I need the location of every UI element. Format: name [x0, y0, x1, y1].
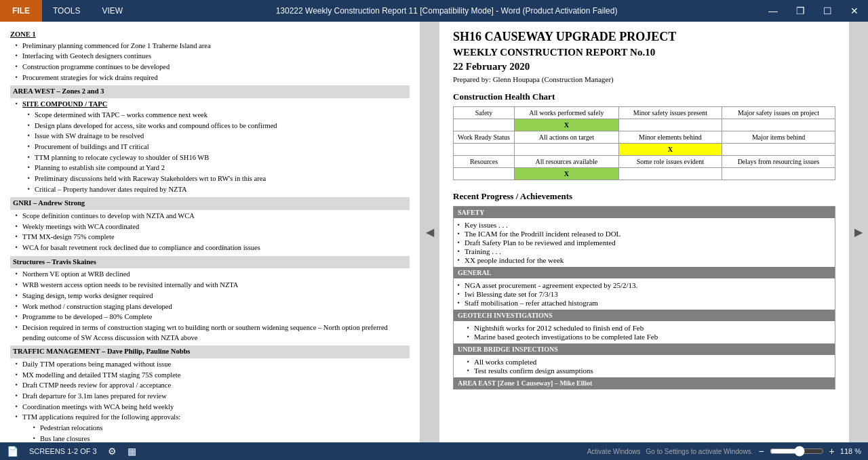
close-button[interactable]: ✕: [841, 0, 868, 22]
maximize-button[interactable]: ☐: [814, 0, 841, 22]
left-arrow[interactable]: ◀: [420, 22, 439, 442]
general-progress-list: NGA asset procurement - agreement expect…: [454, 278, 835, 310]
list-item: Preliminary discussions held with Racewa…: [28, 174, 410, 184]
report-prepared: Prepared by: Glenn Houpapa (Construction…: [453, 75, 835, 83]
list-item: Bus lane closures: [33, 434, 410, 442]
site-compound-list: SITE COMPOUND / TAPC Scope determined wi…: [10, 100, 410, 194]
res-empty-cell2: [722, 168, 835, 180]
geotech-category: GEOTECH INVESTIGATIONS: [454, 310, 835, 321]
list-item: Scope determined with TAPC – works comme…: [28, 110, 410, 121]
right-arrow[interactable]: ▶: [849, 22, 868, 442]
wrs-label-row2: [454, 144, 515, 156]
gnri-list: Scope definition continues to develop wi…: [10, 211, 410, 253]
bridge-category: UNDER BRIDGE INSPECTIONS: [454, 343, 835, 355]
minimize-button[interactable]: —: [760, 0, 787, 22]
site-compound-header: SITE COMPOUND / TAPC: [22, 100, 107, 108]
list-item: Preliminary planning commenced for Zone …: [16, 41, 410, 51]
wrs-col1-header: All actions on target: [515, 131, 619, 144]
safety-col1-header: All works performed safely: [515, 107, 619, 119]
res-col1-header: All resources available: [515, 156, 619, 168]
progress-title: Recent Progress / Achievements: [453, 191, 835, 202]
zoom-slider[interactable]: [770, 446, 824, 457]
list-item: MX modelling and detailed TTM staging 75…: [16, 371, 410, 381]
list-item: Daily TTM operations being managed witho…: [16, 360, 410, 370]
res-col3-header: Delays from resourcing issues: [722, 156, 835, 168]
res-label-row2: [454, 168, 515, 180]
list-item: Decision required in terms of constructi…: [16, 323, 410, 343]
safety-green-cell: X: [515, 119, 619, 131]
settings-icon[interactable]: ⚙: [108, 446, 117, 457]
list-item: XX people inducted for the week: [458, 256, 831, 264]
res-col2-header: Some role issues evident: [618, 156, 722, 168]
bridge-progress-list: All works completed Test results confirm…: [454, 355, 835, 377]
list-item: WRB western access option needs to be re…: [16, 280, 410, 291]
gnri-header: GNRI – Andrew Strong: [10, 197, 410, 210]
resources-label: Resources: [454, 156, 515, 168]
titlebar-controls: — ❐ ☐ ✕: [760, 0, 868, 22]
restore-button[interactable]: ❐: [787, 0, 814, 22]
health-chart-title: Construction Health Chart: [453, 91, 835, 102]
list-item: Programme to be developed – 80% Complete: [16, 312, 410, 322]
zoom-out-icon[interactable]: −: [758, 446, 764, 457]
safety-label: Safety: [454, 107, 515, 119]
zoom-in-icon[interactable]: +: [829, 446, 835, 457]
table-row: Work Ready Status All actions on target …: [454, 131, 835, 144]
left-panel: ZONE 1 Preliminary planning commenced fo…: [0, 22, 420, 442]
list-item: Test results confirm design assumptions: [467, 367, 821, 375]
doc-icon[interactable]: 📄: [7, 446, 18, 457]
list-item: Procurement strategies for wick drains r…: [16, 73, 410, 83]
list-item: Draft departure for 3.1m lanes prepared …: [16, 392, 410, 402]
safety-col2-header: Minor safety issues present: [618, 107, 722, 119]
table-row: X: [454, 144, 835, 156]
zone1-list: Preliminary planning commenced for Zone …: [10, 41, 410, 83]
list-item: Design plans developed for access, site …: [28, 121, 410, 131]
list-item: Work method / construction staging plans…: [16, 302, 410, 312]
list-item: All works completed: [467, 358, 821, 366]
safety-empty-cell1: [618, 119, 722, 131]
traffic-header: TRAFFIC MANAGEMENT – Dave Philip, Paulin…: [10, 346, 410, 358]
list-item: Northern VE option at WRB declined: [16, 270, 410, 280]
list-item: Pedestrian relocations: [33, 423, 410, 434]
list-item: Nightshift works for 2012 scheduled to f…: [467, 324, 821, 332]
titlebar: FILE TOOLS VIEW 130222 Weekly Constructi…: [0, 0, 868, 22]
traffic-sub-list: Pedestrian relocations Bus lane closures…: [22, 423, 410, 442]
list-item: Staff mobilisation – refer attached hist…: [458, 299, 831, 307]
list-item: Weekly meetings with WCA coordinated: [16, 222, 410, 232]
geotech-progress-list: Nightshift works for 2012 scheduled to f…: [454, 321, 835, 343]
file-tab[interactable]: FILE: [0, 0, 42, 22]
table-row: Safety All works performed safely Minor …: [454, 107, 835, 119]
list-item: Key issues . . .: [458, 221, 831, 229]
windows-warn1: Activate Windows: [587, 448, 641, 455]
list-item: Iwi Blessing date set for 7/3/13: [458, 290, 831, 298]
list-item: Draft Safety Plan to be reviewed and imp…: [458, 238, 831, 247]
list-item: TTM planning to relocate cycleway to sho…: [28, 153, 410, 163]
screens-info: SCREENS 1-2 OF 3: [29, 447, 97, 455]
tools-tab[interactable]: TOOLS: [42, 0, 91, 22]
list-item: TTM applications required for the follow…: [16, 413, 410, 442]
titlebar-left: FILE TOOLS VIEW: [0, 0, 134, 22]
list-item: Planning to establish site compound at Y…: [28, 163, 410, 173]
list-item: Interfacing with Geotech designers conti…: [16, 51, 410, 62]
wrs-empty-cell2: [722, 144, 835, 156]
table-row: Resources All resources available Some r…: [454, 156, 835, 168]
traffic-list: Daily TTM operations being managed witho…: [10, 360, 410, 442]
structures-header: Structures – Travis Skaines: [10, 256, 410, 269]
list-item: TTM MX-design 75% complete: [16, 232, 410, 243]
res-green-cell: X: [515, 168, 619, 180]
statusbar-right: Activate Windows Go to Settings to activ…: [587, 446, 861, 457]
right-panel: SH16 CAUSEWAY UPGRADE PROJECT WEEKLY CON…: [439, 22, 849, 442]
report-title2: WEEKLY CONSTRUCTION REPORT No.10: [453, 47, 835, 58]
safety-col3-header: Major safety issues on project: [722, 107, 835, 119]
list-item: Staging design, temp works designer requ…: [16, 291, 410, 301]
site-compound-sub-list: Scope determined with TAPC – works comme…: [22, 110, 410, 195]
safety-progress-list: Key issues . . . The ICAM for the Prodri…: [454, 218, 835, 267]
list-item: Procurement of buildings and IT critical: [28, 142, 410, 152]
safety-label-row2: [454, 119, 515, 131]
area-west-header: AREA WEST – Zones 2 and 3: [10, 85, 410, 98]
list-item: Issue with SW drainage to be resolved: [28, 131, 410, 142]
view-tab[interactable]: VIEW: [91, 0, 134, 22]
layout-icon[interactable]: ▦: [127, 446, 136, 457]
wrs-empty-cell1: [515, 144, 619, 156]
list-item: Draft CTMP needs review for approval / a…: [16, 381, 410, 391]
list-item: Scope definition continues to develop wi…: [16, 211, 410, 222]
